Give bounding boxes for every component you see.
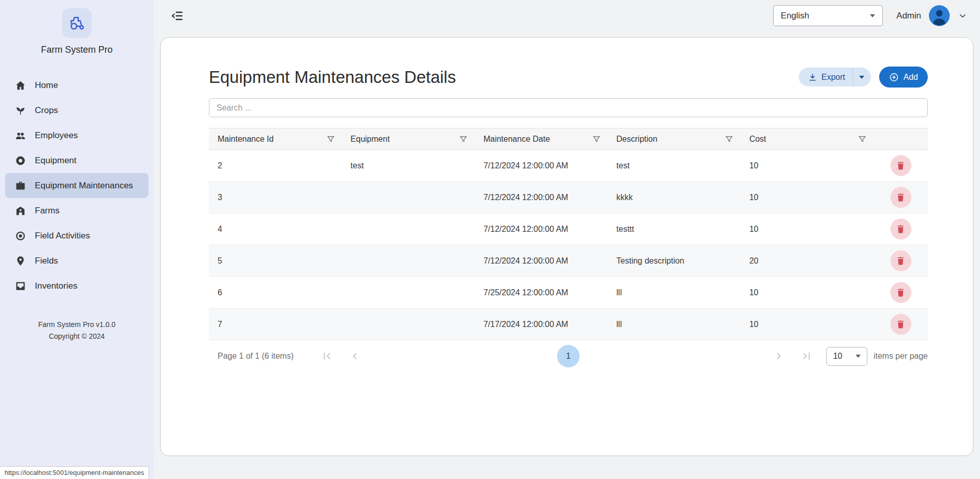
table-row[interactable]: 67/25/2024 12:00:00 AMlll10 xyxy=(209,277,928,309)
pager-right: 10 items per page xyxy=(772,347,928,366)
sidebar: Farm System Pro HomeCropsEmployeesEquipm… xyxy=(0,0,154,479)
last-page-button[interactable] xyxy=(800,350,813,363)
page-summary: Page 1 of 1 (6 items) xyxy=(209,352,294,361)
table-row[interactable]: 37/12/2024 12:00:00 AMkkkk10 xyxy=(209,182,928,213)
first-page-button[interactable] xyxy=(321,350,334,363)
page-number-button[interactable]: 1 xyxy=(557,345,580,367)
cell-maintenance-id: 2 xyxy=(209,161,342,170)
delete-button[interactable] xyxy=(890,282,911,303)
sidebar-item-field-activities[interactable]: Field Activities xyxy=(5,223,148,248)
plus-circle-icon xyxy=(889,72,899,82)
trash-icon xyxy=(896,256,906,266)
employees-icon xyxy=(15,130,26,141)
topbar: English Admin xyxy=(154,0,980,31)
cell-maintenance-date: 7/25/2024 12:00:00 AM xyxy=(475,288,608,297)
sidebar-item-equipment[interactable]: Equipment xyxy=(5,148,148,173)
cell-actions xyxy=(874,250,928,271)
maintenances-icon xyxy=(15,180,26,191)
column-label: Description xyxy=(616,135,657,144)
user-name: Admin xyxy=(897,11,921,21)
export-dropdown-button[interactable] xyxy=(853,68,871,86)
filter-icon[interactable] xyxy=(725,135,734,144)
cell-maintenance-id: 3 xyxy=(209,193,342,202)
sidebar-item-home[interactable]: Home xyxy=(5,73,148,98)
sidebar-item-label: Employees xyxy=(35,130,78,141)
column-header-description: Description xyxy=(608,128,741,149)
sidebar-item-label: Inventories xyxy=(35,281,77,291)
delete-button[interactable] xyxy=(890,314,911,335)
filter-icon[interactable] xyxy=(326,135,335,144)
sidebar-item-fields[interactable]: Fields xyxy=(5,248,148,273)
cell-actions xyxy=(874,219,928,239)
column-header-actions xyxy=(874,128,928,149)
sidebar-footer: Farm System Pro v1.0.0 Copyright © 2024 xyxy=(38,319,116,342)
sidebar-item-employees[interactable]: Employees xyxy=(5,123,148,148)
cell-actions xyxy=(874,282,928,303)
cell-cost: 10 xyxy=(740,193,874,202)
cell-maintenance-date: 7/12/2024 12:00:00 AM xyxy=(475,193,608,202)
language-value: English xyxy=(781,11,809,21)
delete-button[interactable] xyxy=(890,219,911,239)
table-body: 2test7/12/2024 12:00:00 AMtest1037/12/20… xyxy=(209,150,928,340)
sidebar-item-farms[interactable]: Farms xyxy=(5,198,148,223)
cell-description: lll xyxy=(608,320,741,329)
download-icon xyxy=(808,73,817,82)
delete-button[interactable] xyxy=(890,155,911,176)
column-header-maintenance-date: Maintenance Date xyxy=(475,128,608,149)
sidebar-item-crops[interactable]: Crops xyxy=(5,98,148,123)
filter-icon[interactable] xyxy=(459,135,468,144)
cell-maintenance-id: 7 xyxy=(209,320,342,329)
table-row[interactable]: 2test7/12/2024 12:00:00 AMtest10 xyxy=(209,150,928,182)
column-header-cost: Cost xyxy=(740,128,874,149)
next-page-button[interactable] xyxy=(772,350,785,363)
search-input[interactable] xyxy=(209,98,928,117)
sidebar-item-label: Home xyxy=(35,80,58,91)
delete-button[interactable] xyxy=(890,250,911,271)
items-per-page-label: items per page xyxy=(874,352,928,361)
sidebar-toggle-button[interactable] xyxy=(170,9,184,23)
filter-icon[interactable] xyxy=(858,135,867,144)
column-label: Equipment xyxy=(351,135,390,144)
tractor-icon xyxy=(68,14,86,32)
cell-maintenance-id: 6 xyxy=(209,288,342,297)
filter-icon[interactable] xyxy=(592,135,601,144)
header-actions: Export Add xyxy=(799,67,928,88)
cell-actions xyxy=(874,314,928,335)
previous-page-button[interactable] xyxy=(348,350,361,363)
sidebar-item-inventories[interactable]: Inventories xyxy=(5,273,148,298)
add-button[interactable]: Add xyxy=(879,67,928,88)
column-header-maintenance-id: Maintenance Id xyxy=(209,128,342,149)
cell-description: kkkk xyxy=(608,193,741,202)
card-header: Equipment Maintenances Details Export xyxy=(209,67,928,88)
sidebar-item-label: Field Activities xyxy=(35,231,90,241)
user-menu-chevron-icon[interactable] xyxy=(957,11,968,21)
table-row[interactable]: 57/12/2024 12:00:00 AMTesting descriptio… xyxy=(209,245,928,277)
delete-button[interactable] xyxy=(890,187,911,208)
content: Equipment Maintenances Details Export xyxy=(154,31,980,456)
page-size-value: 10 xyxy=(833,352,842,361)
avatar[interactable] xyxy=(929,5,950,26)
column-label: Maintenance Id xyxy=(218,135,273,144)
export-button[interactable]: Export xyxy=(799,68,852,86)
column-label: Cost xyxy=(749,135,766,144)
cell-description: test xyxy=(608,161,741,170)
trash-icon xyxy=(896,161,906,171)
trash-icon xyxy=(896,192,906,203)
language-select[interactable]: English xyxy=(773,5,883,26)
page-size-select[interactable]: 10 xyxy=(826,347,867,366)
export-label: Export xyxy=(821,73,845,82)
table-row[interactable]: 47/12/2024 12:00:00 AMtesttt10 xyxy=(209,213,928,245)
sidebar-item-label: Crops xyxy=(35,105,58,116)
cell-maintenance-id: 5 xyxy=(209,256,342,266)
export-split-button: Export xyxy=(799,68,870,86)
app-logo xyxy=(62,8,92,38)
farms-icon xyxy=(15,205,26,216)
sidebar-item-equipment-maintenances[interactable]: Equipment Maintenances xyxy=(5,173,148,198)
app-title: Farm System Pro xyxy=(41,45,113,55)
sidebar-menu: HomeCropsEmployeesEquipmentEquipment Mai… xyxy=(0,73,154,298)
cell-maintenance-date: 7/12/2024 12:00:00 AM xyxy=(475,161,608,170)
table-row[interactable]: 77/17/2024 12:00:00 AMlll10 xyxy=(209,309,928,340)
chevron-down-icon xyxy=(859,76,864,79)
cell-maintenance-date: 7/12/2024 12:00:00 AM xyxy=(475,256,608,266)
add-label: Add xyxy=(904,73,918,82)
